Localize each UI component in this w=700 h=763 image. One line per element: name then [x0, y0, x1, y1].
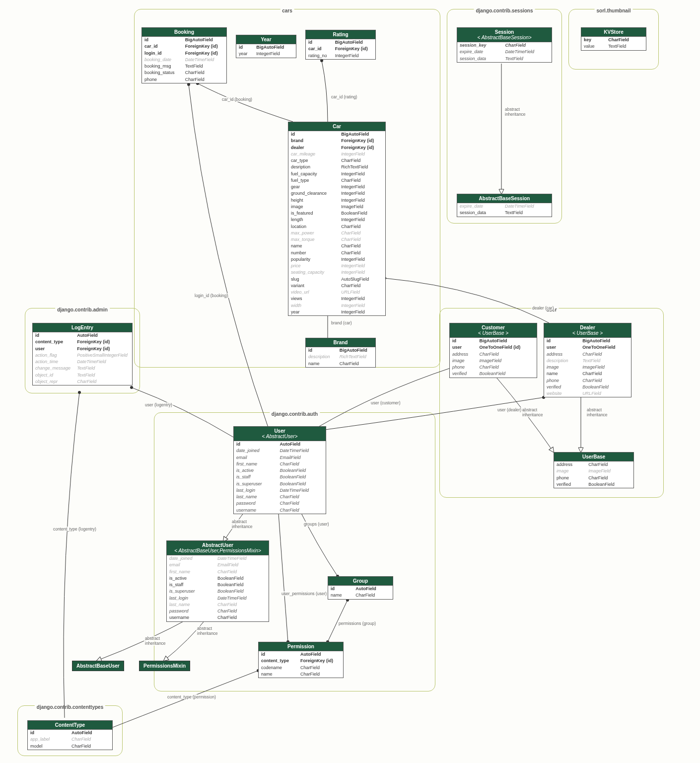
edge-brand-car: brand (car) — [330, 320, 353, 325]
field-type: IntegerField — [339, 309, 385, 315]
field-type: BigAutoField — [580, 338, 631, 344]
field-type: IntegerField — [339, 151, 385, 157]
field-name: id — [259, 651, 298, 658]
entity-fields: keyCharFieldvalueTextField — [581, 37, 646, 50]
field-type: DateTimeField — [278, 448, 326, 454]
field-type: BooleanField — [278, 467, 326, 474]
field-name: brand — [288, 138, 339, 144]
entity-car: CaridBigAutoFieldbrandForeignKey (id)dea… — [288, 122, 386, 316]
field-name: max_torque — [288, 236, 339, 243]
entity-brand: BrandidBigAutoFielddescriptionRichTextFi… — [305, 338, 376, 368]
field-type: IntegerField — [339, 296, 385, 302]
field-name: object_repr — [33, 379, 74, 385]
field-type: CharField — [580, 351, 631, 358]
app-auth-label: django.contrib.auth — [270, 411, 320, 417]
field-type: DateTimeField — [502, 203, 552, 210]
entity-abstractuser: AbstractUser< AbstractBaseUser,Permissio… — [166, 540, 269, 622]
field-name: action_flag — [33, 352, 74, 359]
field-type: IntegerField — [339, 197, 385, 204]
field-name: fuel_type — [288, 177, 339, 184]
field-type: ForeignKey (id) — [339, 138, 385, 144]
entity-title: Permission — [259, 642, 343, 651]
field-name: last_login — [167, 595, 215, 602]
field-name: name — [544, 371, 580, 377]
edge-car-booking: car_id (booking) — [221, 97, 253, 102]
entity-title: AbstractBaseSession — [457, 194, 552, 203]
field-name: max_power — [288, 230, 339, 236]
entity-fields: idBigAutoFieldcar_idForeignKey (id)ratin… — [306, 39, 375, 59]
field-type: CharField — [215, 602, 269, 608]
field-name: change_message — [33, 365, 74, 372]
field-name: expire_date — [457, 203, 502, 210]
field-name: id — [288, 131, 339, 138]
field-type: CharField — [298, 671, 343, 678]
edge-ct-logentry: content_type (logentry) — [52, 527, 97, 532]
field-type: CharField — [215, 569, 269, 575]
entity-title: UserBase — [554, 453, 633, 461]
field-name: seating_capacity — [288, 269, 339, 276]
field-name: ground_clearance — [288, 190, 339, 197]
entity-title: Group — [328, 577, 393, 586]
field-name: is_superuser — [167, 588, 215, 595]
entity-logentry: LogEntryidAutoFieldcontent_typeForeignKe… — [32, 323, 133, 385]
field-type: CharField — [183, 70, 226, 76]
field-name: verified — [554, 481, 586, 488]
field-type: ImageField — [586, 468, 633, 474]
field-type: CharField — [215, 608, 269, 614]
field-name: phone — [142, 76, 183, 83]
field-type: CharField — [339, 224, 385, 230]
field-type: CharField — [215, 614, 269, 621]
field-name: gear — [288, 184, 339, 190]
field-type: BooleanField — [278, 481, 326, 487]
field-type: RichTextField — [339, 164, 385, 170]
field-name: booking_msg — [142, 63, 183, 70]
field-name: id — [544, 338, 580, 344]
field-type: CharField — [580, 378, 631, 384]
entity-title: AbstractUser< AbstractBaseUser,Permissio… — [167, 541, 269, 555]
field-name: slug — [288, 276, 339, 283]
field-name: description — [306, 354, 337, 360]
entity-fields: expire_dateDateTimeFieldsession_dataText… — [457, 203, 552, 217]
field-type: TextField — [606, 43, 646, 50]
field-name: phone — [450, 364, 477, 371]
field-name: image — [544, 364, 580, 371]
field-type: AutoSlugField — [339, 276, 385, 283]
entity-fields: idBigAutoFieldcar_idForeignKey (id)login… — [142, 37, 226, 83]
entity-title: Brand — [306, 338, 375, 347]
entity-fields: idBigAutoFielddescriptionRichTextFieldna… — [306, 347, 375, 367]
field-name: website — [544, 390, 580, 397]
field-name: verified — [544, 384, 580, 390]
field-type: URLField — [339, 289, 385, 296]
field-type: IntegerField — [339, 184, 385, 190]
field-name: video_url — [288, 289, 339, 296]
field-type: BooleanField — [477, 371, 537, 377]
field-type: CharField — [298, 665, 343, 671]
app-admin-label: django.contrib.admin — [55, 307, 110, 312]
field-name: variant — [288, 283, 339, 289]
edge-abs6: abstract inheritance — [196, 626, 219, 636]
field-name: id — [306, 347, 337, 354]
field-name: fuel_capacity — [288, 171, 339, 177]
field-name: last_name — [167, 602, 215, 608]
entity-fields: idBigAutoFieldyearIntegerField — [236, 44, 296, 58]
field-name: username — [234, 507, 278, 514]
field-type: EmailField — [278, 455, 326, 461]
field-name: object_id — [33, 372, 74, 379]
field-type: DateTimeField — [183, 57, 226, 63]
field-name: id — [142, 37, 183, 43]
field-type: BigAutoField — [337, 347, 375, 354]
field-name: length — [288, 217, 339, 223]
entity-fields: idBigAutoFielduserOneToOneFieldaddressCh… — [544, 338, 631, 397]
edge-perm-group: permissions (group) — [338, 621, 377, 626]
field-name: action_time — [33, 359, 74, 365]
field-type: TextField — [580, 358, 631, 364]
field-type: ForeignKey (id) — [183, 50, 226, 57]
field-type: IntegerField — [333, 53, 375, 59]
app-thumb-label: sorl.thumbnail — [595, 8, 633, 13]
entity-kvstore: KVStorekeyCharFieldvalueTextField — [581, 27, 646, 51]
entity-user: User< AbstractUser>idAutoFielddate_joine… — [233, 426, 326, 514]
app-cars-label: cars — [280, 8, 294, 13]
field-type: CharField — [580, 371, 631, 377]
field-name: is_featured — [288, 210, 339, 217]
field-name: year — [288, 309, 339, 315]
